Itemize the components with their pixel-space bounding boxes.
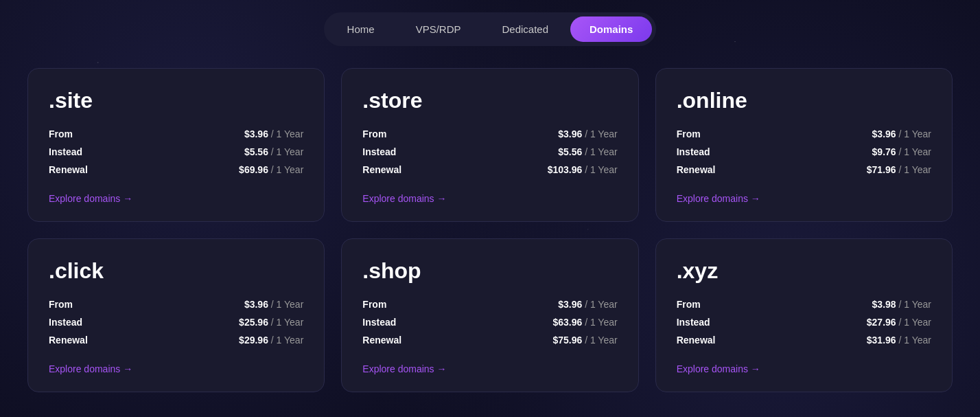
from-row: From $3.96 / 1 Year	[49, 299, 303, 310]
navigation: HomeVPS/RDPDedicatedDomains	[27, 12, 953, 46]
domain-card-online: .online From $3.96 / 1 Year Instead $9.7…	[655, 68, 953, 222]
renewal-value: $103.96 / 1 Year	[548, 164, 618, 175]
from-value: $3.96 / 1 Year	[244, 128, 303, 139]
from-row: From $3.96 / 1 Year	[362, 128, 617, 139]
domain-tld: .site	[49, 88, 303, 113]
renewal-value: $31.96 / 1 Year	[867, 335, 931, 346]
renewal-row: Renewal $103.96 / 1 Year	[362, 164, 617, 175]
instead-value: $63.96 / 1 Year	[552, 317, 617, 328]
from-label: From	[362, 128, 386, 139]
nav-item-home[interactable]: Home	[328, 16, 394, 42]
instead-value: $27.96 / 1 Year	[867, 317, 931, 328]
from-label: From	[677, 299, 701, 310]
renewal-row: Renewal $71.96 / 1 Year	[677, 164, 931, 175]
instead-row: Instead $63.96 / 1 Year	[362, 317, 617, 328]
explore-domains-link[interactable]: Explore domains →	[362, 363, 446, 374]
instead-row: Instead $9.76 / 1 Year	[677, 146, 931, 157]
renewal-value: $69.96 / 1 Year	[239, 164, 303, 175]
instead-value: $5.56 / 1 Year	[244, 146, 303, 157]
from-value: $3.96 / 1 Year	[872, 128, 931, 139]
instead-label: Instead	[362, 317, 396, 328]
instead-label: Instead	[677, 317, 710, 328]
domain-tld: .online	[677, 88, 931, 113]
domain-tld: .xyz	[677, 258, 931, 284]
nav-item-vps-rdp[interactable]: VPS/RDP	[397, 16, 480, 42]
cards-grid: .site From $3.96 / 1 Year Instead $5.56 …	[27, 68, 953, 392]
explore-domains-link[interactable]: Explore domains →	[677, 363, 760, 374]
instead-value: $25.96 / 1 Year	[239, 317, 303, 328]
domain-card-shop: .shop From $3.96 / 1 Year Instead $63.96…	[341, 238, 638, 392]
instead-label: Instead	[362, 146, 396, 157]
instead-label: Instead	[677, 146, 710, 157]
renewal-value: $75.96 / 1 Year	[552, 335, 617, 346]
domain-card-xyz: .xyz From $3.98 / 1 Year Instead $27.96 …	[655, 238, 953, 392]
explore-domains-link[interactable]: Explore domains →	[362, 193, 446, 204]
nav-item-dedicated[interactable]: Dedicated	[482, 16, 568, 42]
from-row: From $3.96 / 1 Year	[49, 128, 303, 139]
from-label: From	[49, 128, 73, 139]
renewal-row: Renewal $69.96 / 1 Year	[49, 164, 303, 175]
page-wrapper: HomeVPS/RDPDedicatedDomains .site From $…	[0, 0, 980, 417]
domain-tld: .store	[362, 88, 617, 113]
domain-card-store: .store From $3.96 / 1 Year Instead $5.56…	[341, 68, 638, 222]
domain-tld: .shop	[362, 258, 617, 284]
renewal-row: Renewal $75.96 / 1 Year	[362, 335, 617, 346]
from-value: $3.96 / 1 Year	[244, 299, 303, 310]
from-value: $3.96 / 1 Year	[558, 128, 617, 139]
renewal-label: Renewal	[49, 164, 88, 175]
renewal-row: Renewal $31.96 / 1 Year	[677, 335, 931, 346]
explore-domains-link[interactable]: Explore domains →	[49, 193, 132, 204]
domain-tld: .click	[49, 258, 303, 284]
instead-label: Instead	[49, 146, 82, 157]
nav-item-domains[interactable]: Domains	[570, 16, 652, 42]
instead-label: Instead	[49, 317, 82, 328]
instead-row: Instead $5.56 / 1 Year	[362, 146, 617, 157]
instead-row: Instead $5.56 / 1 Year	[49, 146, 303, 157]
instead-value: $5.56 / 1 Year	[558, 146, 617, 157]
renewal-label: Renewal	[49, 335, 88, 346]
renewal-label: Renewal	[362, 335, 401, 346]
renewal-value: $29.96 / 1 Year	[239, 335, 303, 346]
domain-card-site: .site From $3.96 / 1 Year Instead $5.56 …	[27, 68, 325, 222]
instead-row: Instead $25.96 / 1 Year	[49, 317, 303, 328]
instead-row: Instead $27.96 / 1 Year	[677, 317, 931, 328]
renewal-label: Renewal	[677, 164, 716, 175]
domain-card-click: .click From $3.96 / 1 Year Instead $25.9…	[27, 238, 325, 392]
explore-domains-link[interactable]: Explore domains →	[49, 363, 132, 374]
from-value: $3.96 / 1 Year	[558, 299, 617, 310]
nav-bar: HomeVPS/RDPDedicatedDomains	[324, 12, 657, 46]
from-label: From	[677, 128, 701, 139]
from-row: From $3.98 / 1 Year	[677, 299, 931, 310]
instead-value: $9.76 / 1 Year	[872, 146, 931, 157]
from-label: From	[49, 299, 73, 310]
explore-domains-link[interactable]: Explore domains →	[677, 193, 760, 204]
renewal-label: Renewal	[362, 164, 401, 175]
renewal-label: Renewal	[677, 335, 716, 346]
renewal-value: $71.96 / 1 Year	[867, 164, 931, 175]
from-value: $3.98 / 1 Year	[872, 299, 931, 310]
renewal-row: Renewal $29.96 / 1 Year	[49, 335, 303, 346]
from-row: From $3.96 / 1 Year	[677, 128, 931, 139]
from-row: From $3.96 / 1 Year	[362, 299, 617, 310]
from-label: From	[362, 299, 386, 310]
